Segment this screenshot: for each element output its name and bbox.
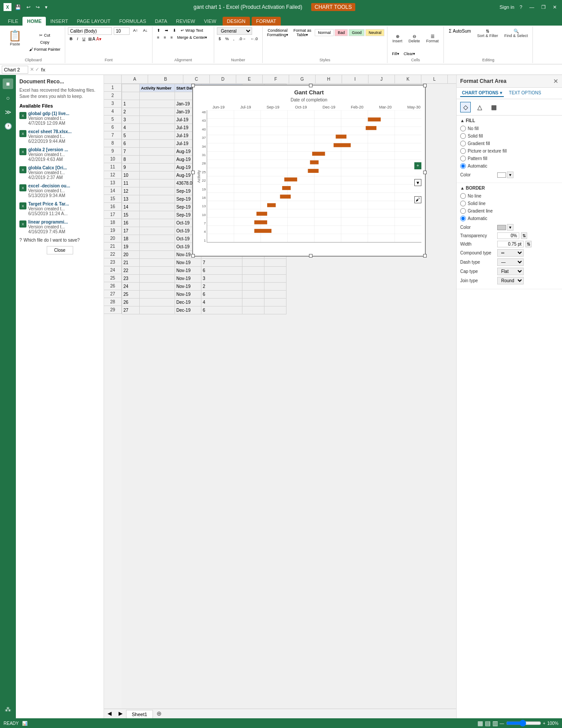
font-size-selector[interactable]: [114, 27, 130, 35]
tab-page-layout[interactable]: PAGE LAYOUT: [72, 17, 115, 26]
no-fill-radio[interactable]: [460, 126, 466, 131]
good-style[interactable]: Good: [349, 29, 365, 36]
resize-handle-mr[interactable]: [423, 171, 427, 174]
help-btn[interactable]: ?: [518, 4, 524, 11]
cell-f27[interactable]: [264, 291, 287, 299]
activity-excel-icon[interactable]: ■: [3, 78, 13, 89]
cell-c27[interactable]: Nov-19: [175, 291, 201, 299]
cell-a17[interactable]: 15: [122, 211, 140, 219]
formula-input[interactable]: [47, 66, 560, 73]
cell-b18[interactable]: [140, 219, 175, 227]
increase-decimal-btn[interactable]: .0→: [237, 36, 248, 42]
tab-insert[interactable]: INSERT: [46, 17, 72, 26]
fill-section-title[interactable]: ▲ FILL: [460, 118, 558, 123]
autosum-btn[interactable]: Σ AutoSum: [447, 27, 473, 35]
cell-b10[interactable]: [140, 156, 175, 164]
cell-a2[interactable]: [122, 92, 140, 100]
border-section-title[interactable]: ▲ BORDER: [460, 186, 558, 190]
cell-d29[interactable]: 6: [201, 306, 242, 314]
cell-b9[interactable]: [140, 148, 175, 156]
customize-quick-btn[interactable]: ▾: [43, 4, 49, 11]
align-top-btn[interactable]: ⬆: [155, 27, 162, 34]
copy-button[interactable]: Copy: [27, 39, 62, 45]
activity-person-icon[interactable]: ⁂: [3, 704, 13, 715]
next-sheet-btn[interactable]: ▶: [115, 709, 126, 718]
cell-b16[interactable]: [140, 203, 175, 211]
cell-b3[interactable]: [140, 100, 175, 108]
cell-a20[interactable]: 18: [122, 235, 140, 243]
cell-c25[interactable]: Nov-19: [175, 275, 201, 283]
cell-b6[interactable]: [140, 124, 175, 132]
file-item-5[interactable]: X excel -decision ou... Version created …: [19, 183, 100, 198]
tab-design[interactable]: DESIGN: [223, 17, 250, 26]
cell-a10[interactable]: 8: [122, 156, 140, 164]
cell-a13[interactable]: 11: [122, 179, 140, 187]
restore-btn[interactable]: ❐: [540, 4, 547, 11]
cut-button[interactable]: ✂ Cut: [27, 32, 62, 38]
conditional-formatting-btn[interactable]: ConditionalFormatting▾: [265, 27, 290, 38]
cell-a25[interactable]: 23: [122, 275, 140, 283]
file-item-2[interactable]: X excel sheet 78.xlsx... Version created…: [19, 129, 100, 144]
layout-icon[interactable]: △: [474, 102, 485, 112]
cell-e27[interactable]: [242, 291, 264, 299]
join-select[interactable]: Round Bevel Miter: [497, 277, 524, 284]
cell-b23[interactable]: [140, 259, 175, 267]
page-layout-view-btn[interactable]: ▤: [485, 720, 491, 727]
resize-handle-bm[interactable]: [309, 254, 313, 258]
italic-btn[interactable]: I: [75, 36, 80, 42]
zoom-minus-icon[interactable]: —: [500, 721, 504, 726]
underline-btn[interactable]: U: [81, 36, 87, 42]
bar-chart-icon[interactable]: ▦: [488, 102, 499, 112]
percent-btn[interactable]: %: [223, 36, 231, 42]
wrap-text-btn[interactable]: ↵ Wrap Text: [179, 27, 205, 34]
cell-c28[interactable]: Dec-19: [175, 299, 201, 306]
picture-fill-radio[interactable]: [460, 148, 466, 154]
cell-a4[interactable]: 2: [122, 108, 140, 116]
save-quick-btn[interactable]: 💾: [13, 4, 23, 11]
normal-style[interactable]: Normal: [315, 29, 334, 36]
cell-b27[interactable]: [140, 291, 175, 299]
number-format-select[interactable]: General: [217, 27, 252, 35]
cell-b14[interactable]: [140, 187, 175, 195]
solid-line-radio[interactable]: [460, 201, 466, 206]
cell-d23[interactable]: 7: [201, 259, 242, 267]
page-break-view-btn[interactable]: ▥: [492, 720, 498, 727]
resize-handle-tl[interactable]: [191, 84, 195, 87]
border-color-btn[interactable]: ▾: [507, 224, 514, 231]
cell-a19[interactable]: 17: [122, 227, 140, 235]
gradient-line-radio[interactable]: [460, 208, 466, 214]
width-spinner[interactable]: ⇅: [525, 241, 532, 247]
cell-d24[interactable]: 6: [201, 267, 242, 275]
insert-cells-btn[interactable]: ⊕ Insert: [390, 33, 405, 45]
cell-b17[interactable]: [140, 211, 175, 219]
font-name-selector[interactable]: [68, 27, 112, 35]
tab-review[interactable]: REVIEW: [171, 17, 199, 26]
tab-data[interactable]: DATA: [151, 17, 172, 26]
cell-f23[interactable]: [264, 259, 287, 267]
normal-view-btn[interactable]: ▦: [477, 720, 483, 727]
cell-c23[interactable]: Nov-19: [175, 259, 201, 267]
file-item-3[interactable]: X globla 2 [version ... Version created …: [19, 147, 100, 162]
tab-format[interactable]: FORMAT: [252, 17, 281, 26]
decrease-font-btn[interactable]: A↓: [141, 27, 150, 35]
gantt-chart-container[interactable]: Gant Chart Date of completion Jun-19 Jul…: [192, 85, 426, 257]
cell-e25[interactable]: [242, 275, 264, 283]
align-bottom-btn[interactable]: ⬇: [171, 27, 178, 34]
automatic-fill-radio[interactable]: [460, 163, 466, 169]
cell-b26[interactable]: [140, 283, 175, 291]
bad-style[interactable]: Bad: [335, 29, 348, 36]
cell-e23[interactable]: [242, 259, 264, 267]
tab-formulas[interactable]: FORMULAS: [115, 17, 150, 26]
cell-b8[interactable]: [140, 140, 175, 148]
neutral-style[interactable]: Neutral: [365, 29, 384, 36]
cell-a22[interactable]: 20: [122, 251, 140, 259]
cell-a23[interactable]: 21: [122, 259, 140, 267]
activity-nav-icon[interactable]: ≫: [3, 107, 13, 117]
panel-close-btn[interactable]: ✕: [553, 78, 558, 85]
merge-center-btn[interactable]: Merge & Center▾: [175, 34, 209, 41]
cell-f24[interactable]: [264, 267, 287, 275]
cell-a6[interactable]: 4: [122, 124, 140, 132]
resize-handle-tr[interactable]: [423, 84, 427, 87]
sheet-tab-1[interactable]: Sheet1: [126, 710, 153, 718]
border-color-swatch[interactable]: [497, 225, 506, 230]
